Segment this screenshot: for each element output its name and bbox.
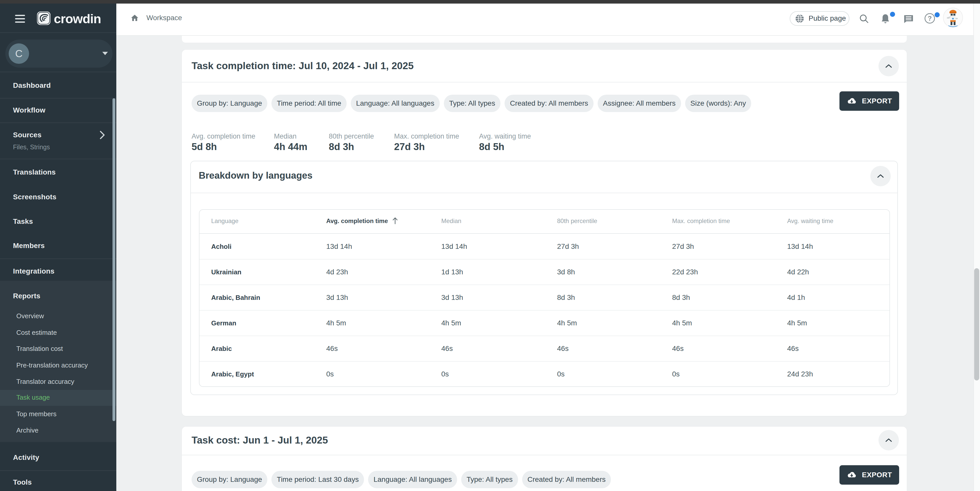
svg-text:?: ? (928, 14, 932, 22)
